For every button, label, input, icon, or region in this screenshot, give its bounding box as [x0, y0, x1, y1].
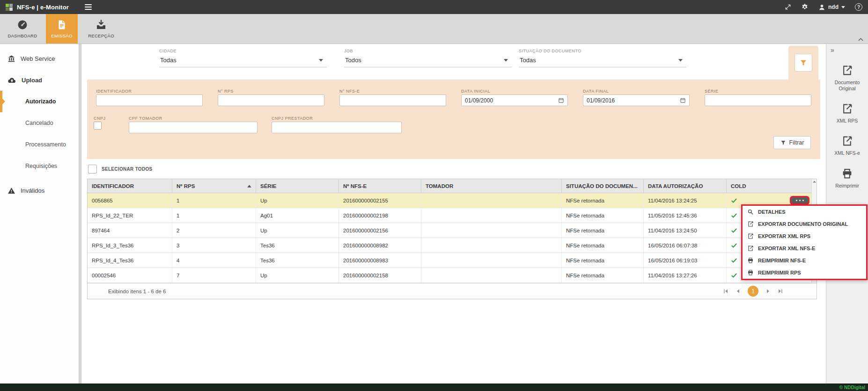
tab-emissao-label: EMISSÃO — [51, 33, 72, 38]
job-label: JOB — [344, 49, 512, 53]
document-icon — [56, 19, 67, 30]
cell-identificador: 0056865 — [88, 193, 172, 208]
table-footer: Exibindo itens 1 - 6 de 6 1 — [88, 283, 817, 299]
select-all-checkbox[interactable] — [88, 165, 97, 174]
export-document-icon — [747, 221, 754, 227]
sidebar-item-web-service[interactable]: Web Service — [0, 48, 79, 69]
tab-dashboard[interactable]: DASHBOARD — [7, 14, 38, 43]
calendar-icon[interactable] — [680, 97, 686, 103]
tab-emissao[interactable]: EMISSÃO — [46, 14, 78, 43]
context-menu-item-exportar-documento-original[interactable]: EXPORTAR DOCUMENTO ORIGINAL — [743, 218, 866, 230]
cell-rps: 3 — [172, 238, 256, 253]
export-document-icon — [841, 135, 853, 147]
table-row[interactable]: RPS_Id_22_TER 1 Ag01 201600000002198 NFS… — [88, 208, 817, 223]
cpf-tomador-input[interactable] — [129, 122, 257, 133]
column-header-tomador[interactable]: TOMADOR — [421, 179, 562, 193]
filter-toggle-button[interactable] — [794, 54, 812, 72]
filtrar-button[interactable]: Filtrar — [773, 136, 811, 149]
data-inicial-input[interactable] — [465, 97, 558, 104]
person-icon — [818, 4, 825, 11]
cnpj-checkbox[interactable] — [94, 122, 102, 130]
table-row[interactable]: 897464 2 Up 201600000002156 NFSe retorna… — [88, 223, 817, 238]
gears-icon — [801, 3, 809, 11]
cell-nfse: 201600000008982 — [339, 238, 421, 253]
cell-rps: 2 — [172, 223, 256, 238]
scroll-up-icon — [813, 181, 816, 183]
context-menu-item-exportar-xml-rps[interactable]: EXPORTAR XML RPS — [743, 230, 866, 242]
cell-situacao: NFSe retornada — [562, 253, 644, 268]
data-inicial-field[interactable] — [461, 94, 568, 106]
tab-recepcao[interactable]: RECEPÇÃO — [85, 14, 117, 43]
fullscreen-button[interactable] — [785, 4, 791, 10]
column-header-identificador[interactable]: IDENTIFICADOR — [88, 179, 172, 193]
cell-nfse: 201600000008983 — [339, 253, 421, 268]
sidebar-item-invalidos[interactable]: Inválidos — [0, 180, 79, 201]
identificador-input[interactable] — [96, 94, 203, 106]
data-final-input[interactable] — [587, 97, 680, 104]
column-header-cold[interactable]: COLD — [727, 179, 817, 193]
table-row[interactable]: 0056865 1 Up 201600000002155 NFSe retorn… — [88, 193, 817, 208]
filter-bar: CIDADE Todas JOB Todos SITUAÇÃO DO DOCUM… — [81, 44, 826, 80]
sidebar-item-requisicoes[interactable]: Requisições — [0, 155, 79, 177]
nrps-label: N° RPS — [218, 89, 234, 94]
help-button[interactable]: ? — [855, 3, 862, 11]
sidebar-item-upload[interactable]: Upload — [0, 69, 79, 91]
context-menu-item-reimprimir-nfse[interactable]: REIMPRIMIR NFS-E — [743, 254, 866, 267]
calendar-icon[interactable] — [558, 97, 564, 103]
settings-button[interactable] — [801, 3, 809, 11]
rail-item-reimprimir[interactable]: Reimprimir — [826, 168, 868, 189]
search-icon — [747, 209, 754, 215]
column-header-rps[interactable]: Nº RPS — [172, 179, 256, 193]
rail-collapse-button[interactable]: » — [826, 47, 868, 53]
next-page-icon — [765, 289, 771, 294]
table-row[interactable]: 00002546 7 Up 201600000002158 NFSe retor… — [88, 268, 817, 283]
previous-page-button[interactable] — [736, 289, 741, 294]
menu-toggle-button[interactable] — [83, 2, 94, 12]
current-page-indicator[interactable]: 1 — [748, 286, 758, 297]
column-header-data-autorizacao[interactable]: DATA AUTORIZAÇÃO — [644, 179, 727, 193]
results-table: IDENTIFICADOR Nº RPS SÉRIE Nº NFS-E TOMA… — [87, 179, 817, 299]
chevron-down-icon — [678, 59, 683, 62]
sidebar-item-label: Cancelado — [25, 120, 53, 126]
sidebar-item-cancelado[interactable]: Cancelado — [0, 112, 79, 134]
chevron-down-icon — [841, 6, 845, 8]
next-page-button[interactable] — [765, 289, 771, 294]
rail-item-xml-rps[interactable]: XML RPS — [826, 103, 868, 124]
user-menu[interactable]: ndd — [818, 4, 845, 11]
column-header-situacao[interactable]: SITUAÇÃO DO DOCUMEN... — [562, 179, 644, 193]
rail-item-label: Documento Original — [830, 80, 865, 92]
toolbar-collapse-button[interactable] — [858, 38, 863, 41]
rail-item-documento-original[interactable]: Documento Original — [826, 65, 868, 92]
content-area: Web Service Upload Autorizado Cancelado … — [0, 44, 868, 384]
column-header-serie[interactable]: SÉRIE — [256, 179, 339, 193]
cidade-label: CIDADE — [159, 49, 327, 53]
nrps-input[interactable] — [218, 94, 324, 106]
nnfse-input[interactable] — [339, 94, 446, 106]
job-dropdown[interactable]: JOB Todos — [344, 49, 512, 67]
row-actions-button[interactable] — [791, 197, 808, 203]
cell-situacao: NFSe retornada — [562, 238, 644, 253]
context-menu-item-detalhes[interactable]: DETALHES — [743, 206, 866, 218]
context-menu-item-reimprimir-rps[interactable]: REIMPRIMIR RPS — [743, 267, 866, 279]
first-page-button[interactable] — [723, 289, 728, 294]
situacao-documento-dropdown[interactable]: SITUAÇÃO DO DOCUMENTO Todas — [519, 49, 686, 67]
cidade-dropdown[interactable]: CIDADE Todas — [159, 49, 327, 67]
last-page-icon — [778, 289, 783, 294]
column-header-nfse[interactable]: Nº NFS-E — [339, 179, 421, 193]
context-menu-item-exportar-xml-nfse[interactable]: EXPORTAR XML NFS-E — [743, 242, 866, 254]
table-row[interactable]: RPS_Id_3_Tes36 3 Tes36 201600000008982 N… — [88, 238, 817, 253]
last-page-button[interactable] — [778, 289, 783, 294]
table-row[interactable]: RPS_Id_4_Tes36 4 Tes36 201600000008983 N… — [88, 253, 817, 268]
app-title: NFS-e | e-Monitor — [17, 4, 69, 11]
main-panel: CIDADE Todas JOB Todos SITUAÇÃO DO DOCUM… — [81, 44, 826, 384]
sidebar-item-processamento[interactable]: Processamento — [0, 134, 79, 155]
serie-input[interactable] — [705, 94, 811, 106]
pagination-controls: 1 — [723, 286, 811, 297]
printer-icon — [841, 168, 853, 180]
copyright-link[interactable]: © NDDigital — [839, 385, 865, 390]
data-final-field[interactable] — [583, 94, 690, 106]
cnpj-prestador-input[interactable] — [272, 122, 402, 133]
sidebar-item-autorizado[interactable]: Autorizado — [0, 91, 79, 112]
rail-item-xml-nfse[interactable]: XML NFS-e — [826, 135, 868, 156]
rail-item-label: Reimprimir — [835, 183, 859, 189]
